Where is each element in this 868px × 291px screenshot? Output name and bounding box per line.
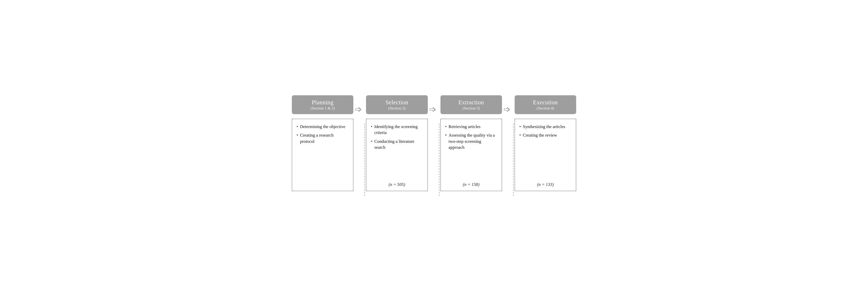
- stage-planning-bullet-1: Creating a research protocol: [297, 132, 348, 144]
- arrow-icon: ➩: [355, 105, 362, 113]
- stage-extraction-title: Extraction: [447, 99, 496, 106]
- stage-extraction-bullets: Retrieving articlesAssessing the quality…: [445, 124, 497, 179]
- stage-selection-bullet-1: Conducting a literature search: [371, 138, 423, 150]
- arrow-icon: ➩: [503, 105, 510, 113]
- stage-execution-bullet-0: Synthesizing the articles: [520, 124, 571, 130]
- stage-divider: [364, 95, 366, 196]
- stage-selection-bullet-0: Identifying the screening criteria: [371, 124, 423, 136]
- stage-execution-title: Execution: [521, 99, 570, 106]
- stage-divider: [512, 95, 515, 196]
- arrow-1: ➩: [428, 95, 438, 113]
- stage-selection: Selection(Section 2)Identifying the scre…: [366, 95, 428, 191]
- stage-extraction-footer: (n = 158): [445, 182, 497, 187]
- stage-selection-bullets: Identifying the screening criteriaConduc…: [371, 124, 423, 179]
- stage-extraction-body: Retrieving articlesAssessing the quality…: [440, 119, 502, 191]
- stage-extraction-bullet-1: Assessing the quality via a two-step scr…: [445, 132, 497, 150]
- arrow-2: ➩: [502, 95, 512, 113]
- stage-execution-body: Synthesizing the articlesCreating the re…: [515, 119, 576, 191]
- stage-extraction-subtitle: (Section 3): [447, 106, 496, 111]
- stage-execution-bullets: Synthesizing the articlesCreating the re…: [520, 124, 571, 179]
- stage-execution-bullet-1: Creating the review: [520, 132, 571, 138]
- stage-execution-header: Execution(Section 4): [515, 95, 576, 114]
- stage-planning-bullet-0: Determining the objective: [297, 124, 348, 130]
- stage-planning-title: Planning: [298, 99, 347, 106]
- stage-selection-footer: (n = 505): [371, 182, 423, 187]
- stage-extraction-header: Extraction(Section 3): [440, 95, 502, 114]
- stage-execution: Execution(Section 4)Synthesizing the art…: [515, 95, 576, 191]
- stage-extraction: Extraction(Section 3)Retrieving articles…: [440, 95, 502, 191]
- stage-planning-header: Planning(Section 1 & 2): [292, 95, 353, 114]
- stage-selection-header: Selection(Section 2): [366, 95, 428, 114]
- stage-planning-subtitle: (Section 1 & 2): [298, 106, 347, 111]
- stage-planning: Planning(Section 1 & 2)Determining the o…: [292, 95, 353, 191]
- stage-divider: [438, 95, 440, 196]
- stage-execution-footer: (n = 133): [520, 182, 571, 187]
- arrow-icon: ➩: [429, 105, 436, 113]
- stage-execution-subtitle: (Section 4): [521, 106, 570, 111]
- stage-selection-body: Identifying the screening criteriaConduc…: [366, 119, 428, 191]
- stage-extraction-bullet-0: Retrieving articles: [445, 124, 497, 130]
- arrow-0: ➩: [353, 95, 364, 113]
- stage-selection-title: Selection: [372, 99, 421, 106]
- stage-planning-body: Determining the objectiveCreating a rese…: [292, 119, 353, 191]
- stage-selection-subtitle: (Section 2): [372, 106, 421, 111]
- process-diagram: Planning(Section 1 & 2)Determining the o…: [292, 95, 576, 196]
- stage-planning-bullets: Determining the objectiveCreating a rese…: [297, 124, 348, 187]
